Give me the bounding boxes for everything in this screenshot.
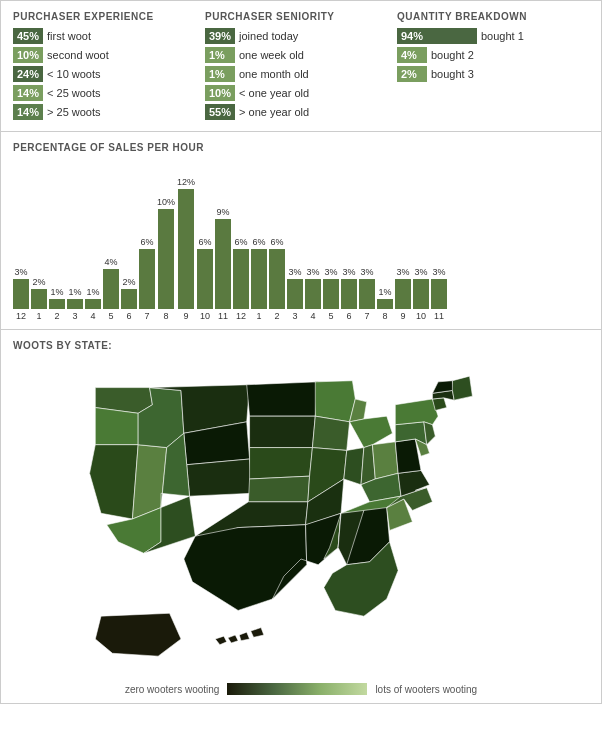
stat-item: 10% second woot — [13, 47, 195, 63]
us-map — [41, 359, 561, 679]
bar-group: 6%1 — [251, 161, 267, 321]
bar-percentage: 3% — [397, 267, 410, 277]
main-container: PURCHASER EXPERIENCE 45% first woot 10% … — [0, 0, 602, 704]
bar-rect — [413, 279, 429, 309]
bar-group: 3%4 — [305, 161, 321, 321]
stat-bar: 55% — [205, 104, 235, 120]
bar-rect — [139, 249, 155, 309]
bar-rect — [341, 279, 357, 309]
stat-item: 14% > 25 woots — [13, 104, 195, 120]
bar-group: 2%6 — [121, 161, 137, 321]
bar-label: 9 — [184, 311, 189, 321]
bar-label: 5 — [108, 311, 113, 321]
map-section: WOOTS BY STATE: — [1, 330, 601, 703]
bar-label: 6 — [347, 311, 352, 321]
bar-rect — [67, 299, 83, 309]
bar-rect — [287, 279, 303, 309]
bar-percentage: 4% — [104, 257, 117, 267]
stat-item: 45% first woot — [13, 28, 195, 44]
bar-rect — [197, 249, 213, 309]
bar-rect — [158, 209, 174, 309]
purchaser-seniority-col: PURCHASER SENIORITY 39% joined today 1% … — [205, 11, 397, 123]
bar-group: 3%12 — [13, 161, 29, 321]
stat-bar: 14% — [13, 104, 43, 120]
bar-rect — [13, 279, 29, 309]
bar-label: 6 — [126, 311, 131, 321]
stat-label: > one year old — [239, 106, 309, 118]
stat-bar: 1% — [205, 47, 235, 63]
bar-rect — [377, 299, 393, 309]
chart-title: PERCENTAGE OF SALES PER HOUR — [13, 142, 589, 153]
stat-bar: 10% — [205, 85, 235, 101]
bar-percentage: 1% — [86, 287, 99, 297]
bar-percentage: 3% — [361, 267, 374, 277]
bar-rect — [103, 269, 119, 309]
bar-percentage: 9% — [217, 207, 230, 217]
stat-label: < one year old — [239, 87, 309, 99]
map-legend: zero wooters wooting lots of wooters woo… — [125, 683, 477, 695]
bar-label: 4 — [311, 311, 316, 321]
bar-rect — [323, 279, 339, 309]
stat-item: 24% < 10 woots — [13, 66, 195, 82]
bar-rect — [178, 189, 194, 309]
bar-percentage: 6% — [253, 237, 266, 247]
bar-group: 12%9 — [177, 161, 195, 321]
bar-label: 1 — [257, 311, 262, 321]
bar-percentage: 3% — [289, 267, 302, 277]
stat-item: 94% bought 1 — [397, 28, 579, 44]
map-container: zero wooters wooting lots of wooters woo… — [13, 359, 589, 695]
bar-percentage: 1% — [50, 287, 63, 297]
bar-rect — [269, 249, 285, 309]
bar-group: 6%7 — [139, 161, 155, 321]
legend-right-label: lots of wooters wooting — [375, 684, 477, 695]
bar-group: 10%8 — [157, 161, 175, 321]
bar-label: 2 — [275, 311, 280, 321]
stat-bar: 2% — [397, 66, 427, 82]
stat-bar: 94% — [397, 28, 477, 44]
bar-group: 3%6 — [341, 161, 357, 321]
stats-grid: PURCHASER EXPERIENCE 45% first woot 10% … — [13, 11, 589, 123]
bar-percentage: 2% — [122, 277, 135, 287]
bar-label: 4 — [90, 311, 95, 321]
stat-item: 4% bought 2 — [397, 47, 579, 63]
bar-rect — [233, 249, 249, 309]
bar-rect — [121, 289, 137, 309]
bar-label: 8 — [164, 311, 169, 321]
bar-percentage: 3% — [14, 267, 27, 277]
bar-group: 1%4 — [85, 161, 101, 321]
bar-group: 6%10 — [197, 161, 213, 321]
quantity-breakdown-col: QUANTITY BREAKDOWN 94% bought 1 4% bough… — [397, 11, 589, 123]
quantity-breakdown-title: QUANTITY BREAKDOWN — [397, 11, 579, 22]
bar-group: 3%9 — [395, 161, 411, 321]
bar-percentage: 3% — [343, 267, 356, 277]
bar-label: 3 — [72, 311, 77, 321]
stat-bar: 24% — [13, 66, 43, 82]
bar-label: 7 — [144, 311, 149, 321]
bar-label: 7 — [365, 311, 370, 321]
purchaser-experience-col: PURCHASER EXPERIENCE 45% first woot 10% … — [13, 11, 205, 123]
stat-label: joined today — [239, 30, 298, 42]
bar-group: 1%2 — [49, 161, 65, 321]
stat-bar: 39% — [205, 28, 235, 44]
stat-item: 14% < 25 woots — [13, 85, 195, 101]
bar-group: 1%3 — [67, 161, 83, 321]
bar-rect — [251, 249, 267, 309]
stat-label: second woot — [47, 49, 109, 61]
stat-bar: 10% — [13, 47, 43, 63]
bar-percentage: 6% — [235, 237, 248, 247]
stat-bar: 4% — [397, 47, 427, 63]
bar-group: 1%8 — [377, 161, 393, 321]
bar-rect — [49, 299, 65, 309]
bar-chart: 3%122%11%21%31%44%52%66%710%812%96%109%1… — [13, 161, 589, 321]
purchaser-seniority-title: PURCHASER SENIORITY — [205, 11, 387, 22]
bar-rect — [359, 279, 375, 309]
stat-bar: 14% — [13, 85, 43, 101]
bar-label: 11 — [434, 311, 444, 321]
bar-label: 8 — [383, 311, 388, 321]
stat-label: bought 1 — [481, 30, 524, 42]
stat-item: 39% joined today — [205, 28, 387, 44]
stat-item: 1% one month old — [205, 66, 387, 82]
chart-section: PERCENTAGE OF SALES PER HOUR 3%122%11%21… — [1, 132, 601, 330]
stat-label: one month old — [239, 68, 309, 80]
map-title: WOOTS BY STATE: — [13, 340, 589, 351]
